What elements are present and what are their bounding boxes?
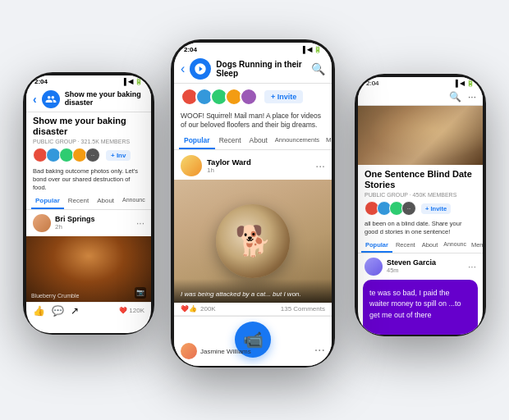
status-icons-center: ▐ ◀ 🔋	[300, 46, 322, 53]
back-button-center[interactable]: ‹	[181, 62, 185, 76]
post-author-center: Taylor Ward	[207, 158, 310, 167]
tab-recent-left[interactable]: Recent	[64, 194, 93, 209]
avatar-row-left: ··· + Inv	[26, 144, 151, 166]
more-icon-center[interactable]: ···	[315, 159, 325, 172]
comment-count-center: 135 Comments	[281, 305, 325, 313]
status-bar-left: 2:04 ▐ ◀ 🔋	[26, 75, 151, 87]
back-button-left[interactable]: ‹	[33, 93, 37, 106]
left-phone: 2:04 ▐ ◀ 🔋 ‹ Show me your baking disaste…	[23, 72, 154, 335]
status-bar-right: 2:04 ▐ ◀ 🔋	[358, 77, 483, 89]
fb-header-left: ‹ Show me your baking disaster	[26, 87, 151, 112]
like-icon-left[interactable]: 👍	[33, 305, 45, 317]
invite-button-left[interactable]: + Inv	[106, 150, 131, 161]
time-left: 2:04	[34, 78, 48, 85]
right-group-title: One Sentence Blind Date Stories	[365, 169, 476, 190]
post-time-center: 1h	[207, 167, 310, 174]
right-members: PUBLIC GROUP · 450K MEMBERS	[365, 192, 476, 198]
left-desc: Bad baking outcome photos only. Let's bo…	[26, 166, 151, 193]
tab-bar-left: Popular Recent About Announc	[26, 194, 151, 210]
purple-post-right: te was so bad, I paid the waiter money t…	[363, 280, 478, 335]
tab-ann-left[interactable]: Announc	[118, 194, 149, 209]
fb-header-right: 🔍 ···	[358, 89, 483, 106]
dog-bed: 🐕	[216, 204, 290, 278]
post-meta-right: Steven Garcia 45m	[387, 258, 464, 274]
post-header-right: Steven Garcia 45m ···	[358, 253, 483, 278]
avatar-more: ···	[85, 148, 100, 162]
post-time-right: 45m	[387, 267, 464, 274]
center-group-name: Dogs Running in their Sleep	[216, 60, 306, 78]
reaction-count-left: ❤️ 120K	[119, 307, 144, 314]
tab-mem-center[interactable]: Mem	[323, 133, 332, 149]
tab-popular-center[interactable]: Popular	[179, 133, 215, 149]
center-desc: WOOF! Squirrel! Mail man! A place for vi…	[174, 110, 332, 133]
bottom-poster: Jasmine Williams	[181, 343, 251, 359]
invite-button-right[interactable]: + Invite	[421, 203, 451, 214]
center-group-title: Dogs Running in their Sleep	[216, 60, 306, 78]
right-desc: all been on a blind date. Share your goo…	[358, 218, 483, 239]
tab-ann-center[interactable]: Announcements	[272, 133, 323, 149]
pie-image-left: Blueberry Crumble 📷	[26, 236, 151, 302]
post-actions-left: 👍 💬 ↗ ❤️ 120K	[26, 302, 151, 319]
left-group-name: Show me your baking disaster	[65, 91, 144, 107]
reactions-center: ❤️👍 200K 135 Comments	[174, 303, 332, 315]
post-avatar-right	[365, 258, 383, 276]
post-avatar-left	[33, 214, 51, 232]
status-icons-left: ▐ ◀ 🔋	[122, 78, 143, 85]
photo-icon: 📷	[135, 287, 146, 299]
post-header-center: Taylor Ward 1h ···	[174, 150, 332, 180]
tab-bar-right: Popular Recent About Announc Mem	[358, 239, 483, 253]
tab-recent-center[interactable]: Recent	[215, 133, 245, 149]
comment-icon-left[interactable]: 💬	[52, 305, 64, 317]
r-avatar-more: ···	[401, 201, 416, 216]
c-avatar-5	[240, 88, 258, 106]
fb-header-center: ‹ Dogs Running in their Sleep 🔍	[174, 55, 332, 84]
center-phone: 2:04 ▐ ◀ 🔋 ‹ Dogs Running in their Sleep…	[171, 39, 335, 368]
avatar-row-right: ··· + Invite	[358, 199, 483, 218]
tab-ann-right[interactable]: Announc	[441, 239, 469, 253]
post-meta-left: Bri Springs 2h	[55, 215, 132, 231]
post-header-left: Bri Springs 2h ···	[26, 210, 151, 236]
group-icon-center	[190, 58, 211, 80]
tab-popular-right[interactable]: Popular	[361, 239, 392, 253]
avatar-row-center: + Invite	[174, 84, 332, 110]
tab-about-left[interactable]: About	[93, 194, 118, 209]
pie-label: Blueberry Crumble	[31, 293, 79, 299]
dog-caption: I was being attacked by a cat... but I w…	[174, 279, 332, 303]
search-icon-right[interactable]: 🔍	[449, 91, 461, 103]
post-author-left: Bri Springs	[55, 215, 132, 223]
share-icon-left[interactable]: ↗	[71, 305, 79, 317]
bottom-poster-name: Jasmine Williams	[200, 348, 251, 355]
tab-popular-left[interactable]: Popular	[31, 194, 64, 209]
post-meta-center: Taylor Ward 1h	[207, 158, 310, 174]
tab-about-right[interactable]: About	[419, 239, 442, 253]
time-right: 2:04	[366, 80, 379, 87]
scene: 2:04 ▐ ◀ 🔋 ‹ Show me your baking disaste…	[0, 0, 509, 420]
tab-about-center[interactable]: About	[245, 133, 272, 149]
invite-button-center[interactable]: + Invite	[264, 90, 303, 103]
left-group-big-title: Show me your baking disaster PUBLIC GROU…	[26, 112, 151, 144]
status-icons-right: ▐ ◀ 🔋	[453, 80, 475, 87]
dog-image: 🐕 I was being attacked by a cat... but I…	[174, 180, 332, 303]
left-group-title: Show me your baking disaster	[65, 91, 144, 107]
reaction-count-center: 200K	[200, 305, 216, 313]
group-icon-left	[42, 90, 60, 108]
post-time-left: 2h	[55, 223, 132, 231]
more-icon-left[interactable]: ···	[136, 217, 144, 229]
bottom-avatar	[181, 343, 197, 359]
dinner-image	[358, 106, 483, 165]
more-icon-right[interactable]: ···	[468, 91, 476, 103]
right-group-title-area: One Sentence Blind Date Stories PUBLIC G…	[358, 165, 483, 199]
right-phone: 2:04 ▐ ◀ 🔋 🔍 ··· One Sentence Blind Date…	[355, 74, 486, 336]
status-bar-center: 2:04 ▐ ◀ 🔋	[174, 43, 332, 55]
post-avatar-center	[181, 155, 202, 176]
dog-emoji: 🐕	[235, 224, 272, 258]
tab-mem-right[interactable]: Mem	[469, 239, 483, 253]
left-members: PUBLIC GROUP · 321.5K MEMBERS	[33, 139, 144, 144]
left-group-big-text: Show me your baking disaster	[33, 116, 144, 137]
more-bottom[interactable]: ···	[314, 343, 325, 358]
tab-bar-center: Popular Recent About Announcements Mem	[174, 133, 332, 150]
tab-recent-right[interactable]: Recent	[392, 239, 419, 253]
bottom-nav-center: Jasmine Williams 📹 ···	[174, 316, 332, 366]
more-icon-post-right[interactable]: ···	[468, 261, 476, 272]
search-icon-center[interactable]: 🔍	[311, 62, 325, 75]
